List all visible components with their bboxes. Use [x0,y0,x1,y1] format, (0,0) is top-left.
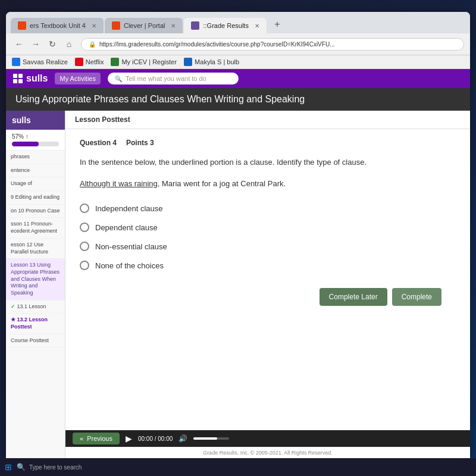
radio-none[interactable] [80,261,89,270]
bookmarks-bar: Savvas Realize Netflix My iCEV | Registe… [6,55,470,69]
current-time: 00:00 [138,436,153,442]
sidebar-item-course-posttest[interactable]: Course Posttest [6,334,65,348]
bookmark-icev-label: My iCEV | Register [121,58,177,65]
check-icon: ✓ [11,303,17,309]
sidebar: sulls 57% ↑ phrases entence Usage of [6,111,65,458]
sentence-rest: , Maria went for a jog at Central Park. [158,179,286,188]
savvas-icon [12,58,20,66]
browser-window: ers Textbook Unit 4 ✕ Clever | Portal ✕ … [6,12,470,458]
sidebar-item-lesson131[interactable]: ✓ 13.1 Lesson [6,300,65,314]
volume-fill [193,437,217,440]
forward-button[interactable]: → [29,37,43,51]
choice-dependent[interactable]: Dependent clause [80,223,456,232]
volume-slider[interactable] [193,437,229,440]
bookmark-bulb[interactable]: Makyla S | bulb [184,58,239,66]
sidebar-item-usage[interactable]: Usage of [6,177,65,191]
chevron-left-icon: « [80,435,83,442]
play-button[interactable]: ▶ [126,434,132,443]
content-area: sulls 57% ↑ phrases entence Usage of [6,111,470,458]
previous-button[interactable]: « Previous [73,433,120,444]
nav-buttons: ← → ↻ ⌂ [12,37,76,51]
sidebar-item-pronoun-case[interactable]: on 10 Pronoun Case [6,205,65,218]
address-input-box[interactable]: 🔒 https://lms.graderesults.com/gr/module… [81,38,464,51]
tab-grade-close[interactable]: ✕ [255,23,259,29]
underlined-clause: Although it was raining [80,179,158,188]
progress-label: 57% ↑ [12,133,59,140]
taskbar: ⊞ 🔍 Type here to search [0,458,476,476]
taskbar-search[interactable]: 🔍 Type here to search [17,463,82,471]
desktop: ers Textbook Unit 4 ✕ Clever | Portal ✕ … [0,0,476,476]
choice-none-label: None of the choices [95,261,164,270]
total-time: 00:00 [158,436,173,442]
radio-nonessential[interactable] [80,242,89,251]
question-number: Question 4 [80,139,117,147]
sidebar-item-sentence[interactable]: entence [6,164,65,178]
bookmark-netflix-label: Netflix [86,58,104,65]
taskbar-search-label: Type here to search [29,464,82,471]
sidebar-header: sulls [6,111,65,130]
question-area: Question 4 Points 3 In the sentence belo… [65,129,470,430]
sidebar-item-pronoun-agreement[interactable]: sson 11 Pronoun-ecedent Agreement [6,218,65,238]
bookmark-savvas[interactable]: Savvas Realize [12,58,68,66]
lock-icon: 🔒 [89,41,96,48]
refresh-button[interactable]: ↻ [45,37,60,51]
tab-clever[interactable]: Clever | Portal ✕ [105,18,183,33]
tab-grade-icon [191,21,199,30]
choice-none[interactable]: None of the choices [80,261,456,270]
tab-clever-close[interactable]: ✕ [171,23,176,29]
choice-independent[interactable]: Independent clause [80,203,456,213]
address-bar: ← → ↻ ⌂ 🔒 https://lms.graderesults.com/g… [6,33,470,55]
radio-dependent[interactable] [80,223,89,232]
new-tab-button[interactable]: + [270,17,284,32]
bookmark-savvas-label: Savvas Realize [23,58,68,65]
tab-clever-label: Clever | Portal [124,22,165,29]
bookmark-netflix[interactable]: Netflix [75,58,104,66]
page-title: Using Appropriate Phrases and Clauses Wh… [15,94,305,104]
taskbar-search-icon: 🔍 [17,463,26,471]
question-text: In the sentence below, the underlined po… [80,156,456,168]
sidebar-item-phrases[interactable]: phrases [6,151,65,164]
lesson-header: Lesson Posttest [65,111,470,129]
bookmark-bulb-label: Makyla S | bulb [195,58,239,65]
answer-choices: Independent clause Dependent clause Non-… [80,203,456,270]
my-activities-button[interactable]: My Activities [55,73,101,84]
question-meta: Question 4 Points 3 [80,139,456,147]
time-display: 00:00 / 00:00 [138,436,173,442]
windows-button[interactable]: ⊞ [5,462,12,472]
choice-nonessential[interactable]: Non-essential clause [80,242,456,251]
radio-independent[interactable] [80,203,89,213]
sidebar-item-parallel[interactable]: esson 12 Use Parallel tructure [6,239,65,259]
tab-textbook[interactable]: ers Textbook Unit 4 ✕ [11,18,104,33]
tell-me-input[interactable]: 🔍 Tell me what you want to do [108,73,239,84]
tab-grade-results[interactable]: ::Grade Results ✕ [184,18,266,33]
sidebar-item-editing[interactable]: 9 Editing and eading [6,191,65,205]
star-icon: ★ [11,317,17,322]
back-button[interactable]: ← [12,37,26,51]
ribbon: sulls My Activities 🔍 Tell me what you w… [6,69,470,88]
volume-icon[interactable]: 🔊 [178,434,187,443]
media-bar: « Previous ▶ 00:00 / 00:00 🔊 [65,430,470,447]
question-points: Points 3 [126,139,154,147]
home-button[interactable]: ⌂ [62,37,76,51]
tab-grade-label: ::Grade Results [203,22,248,29]
choice-nonessential-label: Non-essential clause [95,242,167,251]
sentence-display: Although it was raining, Maria went for … [80,178,456,190]
complete-button[interactable]: Complete [392,288,441,306]
sidebar-item-lesson132[interactable]: ★ 13.2 Lesson Posttest [6,314,65,334]
tell-me-placeholder: Tell me what you want to do [126,75,206,82]
action-buttons: Complete Later Complete [80,288,456,315]
search-icon: 🔍 [115,76,122,82]
bookmark-icev[interactable]: My iCEV | Register [111,58,177,66]
address-text: https://lms.graderesults.com/gr/modules/… [99,41,334,48]
complete-later-button[interactable]: Complete Later [320,288,387,306]
page-title-bar: Using Appropriate Phrases and Clauses Wh… [6,88,470,111]
footer-copyright: Grade Results, Inc. © 2005-2021. All Rig… [65,447,470,458]
my-activities-label: My Activities [60,75,96,82]
bulb-icon [184,58,192,66]
choice-independent-label: Independent clause [95,204,162,213]
grid-icon [13,74,23,83]
tab-textbook-close[interactable]: ✕ [92,23,96,29]
sidebar-item-lesson13[interactable]: Lesson 13 Using Appropriate Phrases and … [6,259,65,300]
main-content: Lesson Posttest Question 4 Points 3 In t… [65,111,470,458]
tab-textbook-icon [18,21,26,30]
